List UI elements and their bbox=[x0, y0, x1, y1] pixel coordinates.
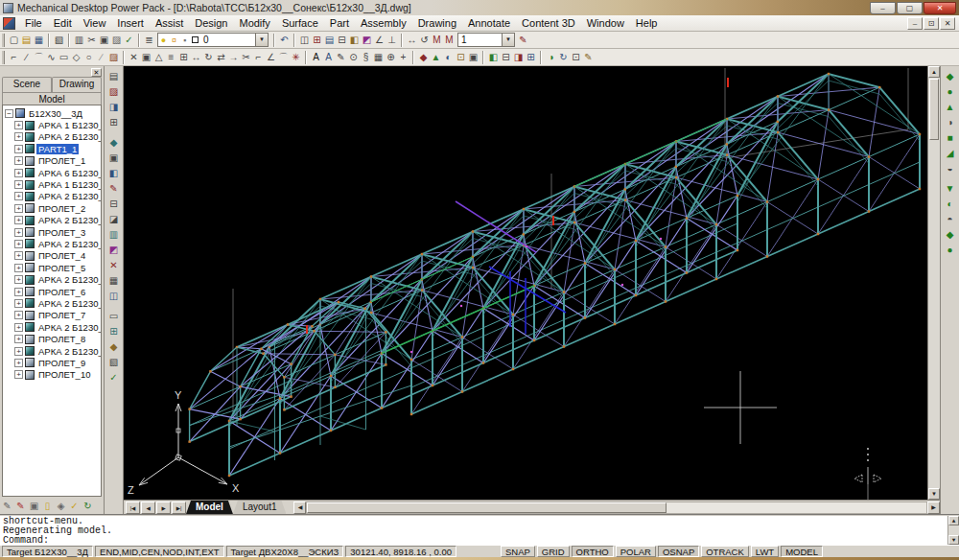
scroll-up-icon[interactable]: ▲ bbox=[928, 66, 940, 78]
command-scroll-up-icon[interactable]: ▲ bbox=[948, 516, 959, 525]
refresh-icon[interactable]: ↻ bbox=[82, 499, 94, 512]
table-icon[interactable]: ▦ bbox=[372, 50, 385, 65]
new-part-icon[interactable]: ◆ bbox=[106, 134, 122, 150]
menu-edit[interactable]: Edit bbox=[48, 15, 78, 31]
analysis-icon[interactable]: ⊞ bbox=[525, 50, 537, 65]
mtext-icon[interactable]: A bbox=[322, 50, 335, 65]
pan-icon[interactable]: + bbox=[397, 50, 409, 65]
content3d-features-icon[interactable]: ▼ bbox=[943, 180, 958, 196]
mass-properties-icon[interactable]: ▦ bbox=[106, 272, 122, 288]
menu-view[interactable]: View bbox=[78, 15, 112, 31]
menu-help[interactable]: Help bbox=[630, 15, 664, 31]
content3d-screw-icon[interactable]: ● bbox=[943, 83, 958, 99]
content3d-shaft-icon[interactable]: ■ bbox=[943, 129, 958, 145]
minimize-button[interactable]: – bbox=[870, 2, 896, 14]
close-button[interactable]: ✕ bbox=[924, 2, 956, 14]
sketch-icon[interactable]: ▲ bbox=[430, 50, 442, 65]
xref-icon[interactable]: ◧ bbox=[348, 33, 361, 48]
suppress-feature-icon[interactable]: ⊟ bbox=[106, 196, 122, 211]
ucs-tool-icon[interactable]: ∠ bbox=[373, 33, 386, 48]
aerial-view-icon[interactable]: ◫ bbox=[298, 33, 311, 48]
save-icon[interactable]: ▦ bbox=[33, 33, 45, 48]
mdi-minimize-button[interactable]: – bbox=[907, 17, 923, 30]
open-icon[interactable]: ▤ bbox=[20, 33, 33, 48]
toggle-lwt[interactable]: LWT bbox=[751, 546, 779, 557]
content3d-holes-icon[interactable]: ◐ bbox=[943, 196, 958, 211]
layer-combo-dropdown-icon[interactable]: ▼ bbox=[255, 34, 268, 46]
content3d-gear-icon[interactable]: ◢ bbox=[943, 145, 958, 160]
toggle-snap[interactable]: SNAP bbox=[501, 546, 535, 557]
content3d-library-icon[interactable]: ◆ bbox=[943, 226, 958, 242]
toggle-ortho[interactable]: ORTHO bbox=[572, 546, 614, 557]
layer-combo[interactable]: ●¤▪0▼ bbox=[157, 33, 269, 47]
ortho-view-icon[interactable]: ◆ bbox=[106, 338, 122, 354]
array-icon[interactable]: ⊞ bbox=[177, 50, 190, 65]
reorder-feature-icon[interactable]: ◪ bbox=[106, 211, 122, 226]
text-style-icon[interactable]: § bbox=[360, 50, 372, 65]
explode-icon[interactable]: ✳ bbox=[290, 50, 302, 65]
extrude-icon[interactable]: ⊡ bbox=[455, 50, 467, 65]
mdi-restore-button[interactable]: ⊡ bbox=[924, 17, 939, 30]
tab-layout1[interactable]: Layout1 bbox=[233, 501, 287, 514]
menu-annotate[interactable]: Annotate bbox=[462, 15, 516, 31]
match-properties-icon[interactable]: ✓ bbox=[123, 33, 135, 48]
edit-feature-icon[interactable]: ✎ bbox=[106, 180, 122, 196]
trim-icon[interactable]: ✂ bbox=[240, 50, 252, 65]
tree-item[interactable]: +АРКА 2 Б1230_2 bbox=[4, 191, 101, 202]
constraint-icon[interactable]: ⊟ bbox=[500, 50, 512, 65]
browser-close-icon[interactable]: ✕ bbox=[91, 68, 102, 77]
command-window[interactable]: shortcut-menu.Regenerating model.Command… bbox=[0, 514, 959, 545]
tree-expander-icon[interactable]: + bbox=[14, 264, 23, 272]
menu-part[interactable]: Part bbox=[324, 15, 355, 31]
command-scrollbar[interactable]: ▲ ▼ bbox=[947, 516, 959, 545]
plot-icon[interactable]: ▥ bbox=[73, 33, 85, 48]
tree-item[interactable]: +ПРОЛЕТ_5 bbox=[4, 262, 101, 273]
content3d-calc-icon[interactable]: ● bbox=[943, 242, 958, 257]
tree-expander-icon[interactable]: + bbox=[14, 216, 23, 224]
tree-expander-icon[interactable]: + bbox=[14, 204, 23, 213]
red-pencil-icon[interactable]: ✎ bbox=[14, 499, 27, 512]
dimension-style-icon[interactable]: M bbox=[431, 33, 443, 48]
tree-expander-icon[interactable]: + bbox=[14, 335, 23, 343]
toggle-grid[interactable]: GRID bbox=[537, 546, 570, 557]
layer-on-icon[interactable]: ● bbox=[158, 35, 169, 45]
tree-item[interactable]: +ПРОЛЕТ_3 bbox=[4, 226, 101, 238]
move-icon[interactable]: ↔ bbox=[190, 50, 202, 65]
tree-expander-icon[interactable]: + bbox=[14, 192, 23, 200]
spline-icon[interactable]: ∿ bbox=[45, 50, 58, 65]
tree-expander-icon[interactable]: + bbox=[14, 240, 23, 248]
menu-design[interactable]: Design bbox=[189, 15, 233, 31]
toggle-osnap[interactable]: OSNAP bbox=[658, 546, 699, 557]
menu-drawing[interactable]: Drawing bbox=[412, 15, 462, 31]
tree-item[interactable]: +АРКА 1 Б1230_2 bbox=[4, 178, 101, 190]
perpendicular-icon[interactable]: ⊥ bbox=[386, 33, 398, 48]
circle-icon[interactable]: ○ bbox=[82, 50, 95, 65]
fillet-icon[interactable]: ⌒ bbox=[277, 50, 290, 65]
layer-lock-icon[interactable]: ▪ bbox=[179, 35, 190, 45]
tree-expander-icon[interactable]: + bbox=[14, 275, 23, 284]
content3d-chain-icon[interactable]: ◆ bbox=[943, 68, 958, 83]
options-icon[interactable]: ⊡ bbox=[570, 50, 582, 65]
tree-item[interactable]: +ПРОЛЕТ_9 bbox=[4, 357, 101, 368]
tree-item[interactable]: +ПРОЛЕТ_6 bbox=[4, 286, 101, 297]
update-assembly-icon[interactable]: ▥ bbox=[106, 226, 122, 242]
annotation-view-icon[interactable]: ✓ bbox=[106, 369, 122, 385]
sketch-pencil-icon[interactable]: ✎ bbox=[1, 499, 13, 512]
horizontal-scrollbar[interactable]: ◀ ▶ bbox=[293, 502, 940, 514]
tree-item[interactable]: +АРКА 6 Б1230_1 bbox=[4, 167, 101, 178]
tree-item[interactable]: +АРКА 2 Б1230_9 bbox=[4, 345, 101, 357]
revolve-icon[interactable]: ▣ bbox=[467, 50, 480, 65]
view-control-icon[interactable]: ◨ bbox=[106, 99, 122, 114]
iso-view-icon[interactable]: ▧ bbox=[106, 354, 122, 369]
tree-item[interactable]: +АРКА 2 Б1230_8 bbox=[4, 321, 101, 333]
design-center-icon[interactable]: ⊞ bbox=[311, 33, 323, 48]
tree-item[interactable]: +ПРОЛЕТ_1 bbox=[4, 155, 101, 167]
mdi-close-button[interactable]: ✕ bbox=[940, 17, 955, 30]
copy-icon[interactable]: ▣ bbox=[98, 33, 110, 48]
scroll-left-icon[interactable]: ◀ bbox=[293, 502, 306, 514]
line-icon[interactable]: ∕ bbox=[20, 50, 33, 65]
tree-item[interactable]: +АРКА 2 Б1230_4 bbox=[4, 238, 101, 249]
tab-prev-icon[interactable]: ◀ bbox=[141, 502, 155, 514]
tab-last-icon[interactable]: ▶| bbox=[172, 502, 186, 514]
tree-expander-icon[interactable]: + bbox=[14, 169, 23, 177]
